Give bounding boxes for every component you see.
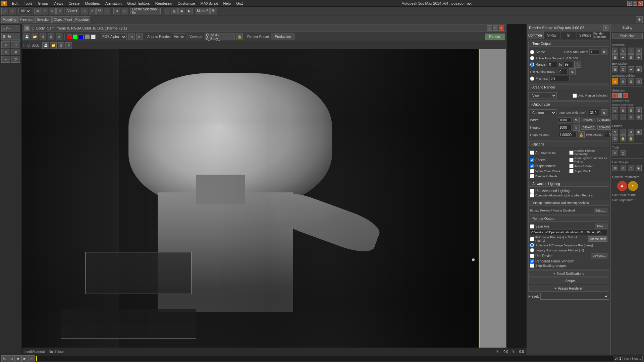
img-clone[interactable]: ⧉	[58, 42, 64, 49]
ut-5[interactable]: ⊡	[612, 135, 618, 141]
width-spin[interactable]: ⇅	[573, 117, 580, 123]
timeline-prev[interactable]: |◁	[1, 355, 8, 362]
img-clear[interactable]: ✕	[65, 42, 72, 49]
use-device-check[interactable]	[530, 254, 534, 258]
hg-1[interactable]: ⊞	[612, 165, 618, 171]
height-input[interactable]	[558, 125, 572, 130]
displacement-label[interactable]: Displacement	[530, 164, 569, 168]
render-area-select[interactable]: View	[172, 34, 185, 40]
size-preset-1[interactable]: 320x240	[581, 118, 596, 122]
schematic-view-button[interactable]: ◫	[171, 8, 178, 14]
menu-item-customize[interactable]: Customize	[175, 1, 198, 5]
material-editor-button[interactable]: ◉	[178, 8, 185, 14]
left-tool-1[interactable]: ⊞ Po	[1, 25, 20, 32]
create-selection-button[interactable]: Create Selection Se	[130, 8, 161, 14]
sel-icon-4[interactable]: ⊠	[636, 48, 642, 54]
frames-input[interactable]	[549, 76, 570, 81]
su-icon-1[interactable]: ⊕	[612, 78, 618, 84]
align-button[interactable]: ⊟	[121, 8, 127, 14]
channel-prev[interactable]: ◁	[128, 34, 135, 40]
pixel-aspect-input[interactable]	[605, 132, 610, 137]
render-now-button[interactable]: Render	[485, 34, 505, 40]
scripts-btn[interactable]: + Scripts	[528, 278, 609, 284]
render-maximize[interactable]: □	[493, 25, 498, 31]
hg-2[interactable]: ⊟	[620, 165, 626, 171]
bitmap-setup-btn[interactable]: Setup...	[594, 208, 607, 213]
render-close[interactable]: ✕	[499, 25, 504, 31]
force-2sided-check[interactable]	[569, 164, 574, 168]
aperture-input[interactable]	[589, 110, 599, 115]
macro-button[interactable]: Macro2	[196, 8, 209, 14]
undo-button[interactable]: ↩	[1, 8, 8, 14]
put-image-label[interactable]: Put Image File List(s) in Output Path(s)	[530, 236, 587, 242]
left-btn-6[interactable]: ▽	[11, 56, 20, 63]
auto-region-check[interactable]	[573, 94, 577, 98]
render-tool-clear[interactable]: ✕	[56, 34, 62, 40]
scale-button[interactable]: ⤢	[56, 8, 63, 14]
macro-extra[interactable]: 🔍	[210, 8, 217, 14]
time-output-section-header[interactable]: − Time Output	[528, 41, 609, 47]
bm-icon-4[interactable]: ◉	[636, 66, 642, 72]
render-fields-check[interactable]	[530, 174, 534, 178]
select-button[interactable]: ⊕	[34, 8, 41, 14]
render-tool-2[interactable]: 📂	[32, 34, 38, 40]
every-nth-spin[interactable]: ⇅	[601, 49, 607, 55]
selection-filter-dropdown[interactable]: All	[18, 8, 31, 14]
displacement-check[interactable]	[530, 164, 534, 168]
rs-close[interactable]: ✕	[603, 25, 608, 31]
put-image-check[interactable]	[530, 237, 534, 241]
size-preset-3[interactable]: 640x480	[581, 125, 596, 130]
range-radio[interactable]	[530, 62, 534, 67]
render-tool-3[interactable]: 🖨	[40, 34, 46, 40]
compute-adv-check[interactable]	[530, 193, 534, 197]
sel-icon-8[interactable]: ◈	[636, 54, 642, 60]
menu-item-edit[interactable]: Edit	[9, 1, 21, 5]
redo-button[interactable]: ↪	[9, 8, 15, 14]
use-device-label[interactable]: Use Device	[530, 254, 552, 258]
timeline-next[interactable]: ▷|	[28, 355, 35, 362]
tab-settings-icon[interactable]: ⚙	[636, 16, 643, 23]
save-file-check[interactable]	[530, 224, 534, 229]
render-button[interactable]: ▶	[186, 8, 193, 14]
video-color-check[interactable]	[530, 169, 534, 173]
menu-item-rendering[interactable]: Rendering	[153, 1, 175, 5]
tl-2[interactable]: ⊡	[620, 150, 626, 156]
render-tool-copy[interactable]: ⧉	[48, 34, 54, 40]
render-hidden-check[interactable]	[569, 150, 574, 155]
every-nth-input[interactable]	[589, 49, 599, 55]
left-btn-4[interactable]: ⊠	[11, 49, 20, 55]
size-preset-4[interactable]: 800x600	[597, 125, 610, 130]
menu-item-tools[interactable]: Tools	[21, 1, 35, 5]
hg-3[interactable]: ⊡	[628, 165, 634, 171]
ei-1[interactable]: ↙	[612, 107, 618, 113]
output-size-section-header[interactable]: − Output Size	[528, 101, 609, 107]
rendered-frame-label[interactable]: Rendered Frame Window	[530, 259, 607, 263]
single-radio[interactable]	[530, 50, 534, 54]
legacy-seq-radio[interactable]	[530, 248, 534, 252]
use-adv-light-check[interactable]	[530, 189, 534, 193]
tl-1[interactable]: ✎	[612, 150, 618, 156]
hg-4[interactable]: ◉	[636, 165, 642, 171]
reference-coord-dropdown[interactable]: View ▾	[66, 8, 78, 14]
channel-next[interactable]: ▷	[136, 34, 143, 40]
menu-item-goz[interactable]: GoZ	[233, 1, 246, 5]
channel-select[interactable]: RGB Alpha	[100, 34, 127, 40]
effects-label[interactable]: Effects	[530, 157, 569, 163]
maximize-button[interactable]: □	[633, 1, 637, 6]
menu-item-views[interactable]: Views	[51, 1, 66, 5]
width-input[interactable]	[558, 117, 572, 123]
mirror-button[interactable]: ⇔	[113, 8, 120, 14]
menu-item-group[interactable]: Group	[35, 1, 51, 5]
tab-gi[interactable]: GI	[560, 32, 577, 39]
tab-render-elements[interactable]: Render Elements	[594, 32, 610, 39]
bm-icon-3[interactable]: ✦	[628, 66, 634, 72]
spinner-snap[interactable]: ⊡	[104, 8, 110, 14]
timeline-track[interactable]	[36, 356, 613, 361]
advanced-lighting-header[interactable]: − Advanced Lighting	[528, 181, 609, 187]
files-btn[interactable]: Files...	[595, 224, 607, 229]
use-adv-light-label[interactable]: Use Advanced Lighting	[530, 189, 607, 193]
bm-icon-2[interactable]: ⊡	[620, 66, 626, 72]
render-hidden-label[interactable]: Render Hidden Geometry	[569, 149, 608, 156]
menu-item-create[interactable]: Create	[66, 1, 82, 5]
timeline-play-prev[interactable]: ◁	[8, 355, 15, 362]
